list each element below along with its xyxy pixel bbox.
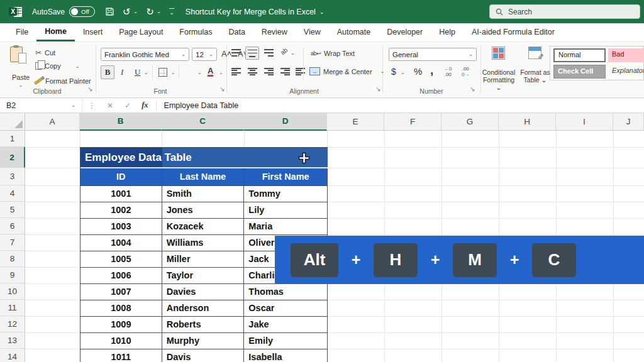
conditional-formatting-label[interactable]: ConditionalFormatting ⌄ <box>480 69 517 91</box>
row-header-2[interactable]: 2 <box>0 147 25 168</box>
table-header-first-name[interactable]: First Name <box>244 168 328 186</box>
search-box[interactable]: Search <box>489 4 640 19</box>
undo-chevron-icon[interactable]: ⌄ <box>133 7 138 16</box>
formula-content[interactable]: Employee Data Table <box>164 101 239 110</box>
tab-review[interactable]: Review <box>253 23 296 41</box>
tab-help[interactable]: Help <box>431 23 464 41</box>
merge-center-chevron-icon[interactable]: ⌄ <box>380 69 385 74</box>
tab-view[interactable]: View <box>296 23 329 41</box>
merge-center-button[interactable]: ↔ Merge & Center ⌄ <box>309 67 384 75</box>
cell-first-name[interactable]: Isabella <box>244 349 328 362</box>
center-button[interactable] <box>248 68 257 75</box>
column-header-j[interactable]: J <box>613 113 644 131</box>
decrease-indent-button[interactable] <box>280 68 290 75</box>
row-header-1[interactable]: 1 <box>0 131 25 147</box>
row-header-6[interactable]: 6 <box>0 218 25 234</box>
save-icon[interactable] <box>105 7 114 16</box>
middle-align-button[interactable] <box>245 47 259 60</box>
cell-id[interactable]: 1011 <box>80 349 162 362</box>
align-right-button[interactable] <box>264 68 274 75</box>
number-dialog-launcher[interactable]: ↘ <box>470 86 475 92</box>
cell-last-name[interactable]: Smith <box>162 186 245 202</box>
borders-chevron-icon[interactable]: ⌄ <box>171 70 175 75</box>
font-color-chevron-icon[interactable]: ⌄ <box>219 70 223 75</box>
font-dialog-launcher[interactable]: ↘ <box>219 86 225 92</box>
column-header-b[interactable]: B <box>80 113 162 131</box>
style-normal[interactable]: Normal <box>553 48 606 62</box>
tab-automate[interactable]: Automate <box>329 23 379 41</box>
percent-button[interactable]: % <box>414 66 422 77</box>
undo-button[interactable]: ↺ ⌄ <box>123 7 138 16</box>
increase-decimal-button[interactable]: ←0.00 <box>444 67 452 77</box>
row-header-7[interactable]: 7 <box>0 234 25 251</box>
column-header-d[interactable]: D <box>244 113 327 131</box>
font-color-button[interactable]: A <box>208 66 213 75</box>
cell-last-name[interactable]: Taylor <box>162 268 245 284</box>
style-check-cell[interactable]: Check Cell <box>553 65 606 79</box>
column-header-g[interactable]: G <box>441 113 499 131</box>
redo-chevron-icon[interactable]: ⌄ <box>157 7 162 16</box>
cell-first-name[interactable]: Lily <box>244 202 328 219</box>
cell-id[interactable]: 1002 <box>80 202 162 219</box>
cell-id[interactable]: 1008 <box>80 300 162 317</box>
name-box[interactable]: B2 ⌄ <box>0 98 82 112</box>
row-header-14[interactable]: 14 <box>0 349 25 362</box>
number-format-combobox[interactable]: General ⌄ <box>389 48 477 61</box>
column-header-e[interactable]: E <box>327 113 384 131</box>
row-header-12[interactable]: 12 <box>0 316 25 332</box>
tab-data[interactable]: Data <box>220 23 253 41</box>
insert-function-icon[interactable]: fx <box>142 101 148 110</box>
comma-style-button[interactable]: , <box>430 63 433 77</box>
row-header-11[interactable]: 11 <box>0 300 25 316</box>
column-header-i[interactable]: I <box>556 113 613 131</box>
cell-last-name[interactable]: Davies <box>162 284 245 300</box>
cut-button[interactable]: ✂ Cut <box>35 48 55 57</box>
cell-id[interactable]: 1005 <box>80 251 162 268</box>
cell-last-name[interactable]: Anderson <box>162 300 245 317</box>
column-header-c[interactable]: C <box>162 113 244 131</box>
customize-quick-access-icon[interactable]: ⌄ <box>169 8 174 16</box>
row-header-4[interactable]: 4 <box>0 185 25 202</box>
orientation-button[interactable]: ab <box>279 47 289 57</box>
format-as-table-button[interactable]: ✎ <box>528 47 541 59</box>
cell-id[interactable]: 1004 <box>80 235 162 251</box>
copy-button[interactable]: Copy ⌄ <box>35 62 79 70</box>
format-as-table-label[interactable]: Format asTable ⌄ <box>518 69 552 84</box>
wrap-text-button[interactable]: ab↩ Wrap Text <box>311 50 355 57</box>
bottom-align-button[interactable] <box>264 49 274 57</box>
document-title[interactable]: Shortcut Key for Merge Cells in Excel <box>186 8 316 16</box>
cell-id[interactable]: 1007 <box>80 284 162 300</box>
cancel-icon[interactable]: ✕ <box>107 101 113 110</box>
fill-color-chevron-icon[interactable]: ⌄ <box>197 70 202 75</box>
cell-last-name[interactable]: Miller <box>162 251 245 268</box>
style-explanatory[interactable]: Explanatory <box>608 65 644 79</box>
cell-first-name[interactable]: Emily <box>244 333 328 349</box>
currency-button[interactable]: $ <box>391 67 396 77</box>
italic-button[interactable]: I <box>121 67 123 77</box>
borders-button[interactable] <box>158 68 167 77</box>
grow-font-button[interactable]: A˄ <box>221 49 231 58</box>
cell-last-name[interactable]: Davis <box>162 349 245 362</box>
cell-first-name[interactable]: Jake <box>244 317 328 333</box>
style-bad[interactable]: Bad <box>608 48 644 62</box>
redo-button[interactable]: ↻ ⌄ <box>146 7 161 16</box>
row-header-8[interactable]: 8 <box>0 251 25 267</box>
tab-ai-formula-editor[interactable]: AI-aided Formula Editor <box>464 23 563 41</box>
cell-id[interactable]: 1001 <box>80 186 162 202</box>
alignment-dialog-launcher[interactable]: ↘ <box>375 86 380 92</box>
tab-home[interactable]: Home <box>36 23 75 41</box>
cell-id[interactable]: 1009 <box>80 317 162 333</box>
column-header-f[interactable]: F <box>384 113 441 131</box>
tab-insert[interactable]: Insert <box>75 23 111 41</box>
table-title-merged-cell[interactable]: Employee Data Table <box>80 148 328 168</box>
tab-formulas[interactable]: Formulas <box>171 23 220 41</box>
enter-icon[interactable]: ✓ <box>125 101 131 110</box>
row-header-5[interactable]: 5 <box>0 202 25 218</box>
cell-id[interactable]: 1006 <box>80 268 162 284</box>
underline-chevron-icon[interactable]: ⌄ <box>144 70 148 75</box>
conditional-formatting-button[interactable] <box>492 47 505 60</box>
table-header-id[interactable]: ID <box>80 168 162 186</box>
select-all-corner[interactable] <box>0 113 25 131</box>
font-size-combobox[interactable]: 12 ⌄ <box>192 48 217 61</box>
underline-button[interactable]: U <box>135 67 140 77</box>
